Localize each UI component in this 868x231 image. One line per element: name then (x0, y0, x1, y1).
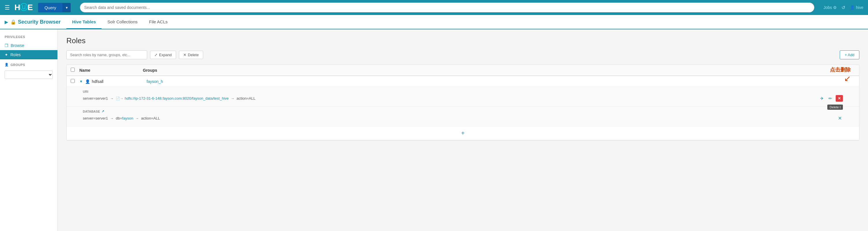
row-expand-icon[interactable]: ▼ (80, 79, 85, 83)
priv-database-text: server=server1 → db=fayson → action=ALL (83, 116, 160, 120)
delete-tooltip-wrapper: ✕ Delete t (836, 95, 843, 102)
sidebar: PRIVILEGES ❐ Browse ✦ Roles 👤 GROUPS (0, 29, 58, 231)
add-privilege-icon: + (461, 130, 465, 137)
file-icon: 📄→ (116, 97, 124, 101)
global-search-input[interactable] (80, 3, 814, 12)
lock-icon: 🔒 (10, 19, 16, 25)
arrow-icon: → (135, 116, 139, 120)
jobs-link[interactable]: Jobs ⚙ (824, 5, 837, 10)
select-all-checkbox[interactable] (71, 68, 75, 72)
query-button[interactable]: Query (38, 3, 63, 12)
security-browser-link[interactable]: 🔒 Security Browser (10, 19, 61, 25)
query-button-group: Query ▾ (38, 3, 71, 12)
user-menu[interactable]: 👤 hive (850, 5, 863, 10)
arrow-icon: → (110, 97, 114, 101)
privilege-uri-block: URI server=server1 → 📄→ hdfs://ip-172-31… (67, 87, 859, 106)
tab-file-acls[interactable]: File ACLs (144, 15, 174, 29)
priv-uri-actions: ✈ ✏ ✕ Delete t (819, 95, 843, 102)
main-content: Roles ⤢ Expand ✕ Delete + Add Nam (58, 29, 868, 231)
add-button[interactable]: + Add (840, 50, 859, 59)
priv-uri-row: server=server1 → 📄→ hdfs://ip-172-31-6-1… (83, 94, 843, 102)
main-layout: PRIVILEGES ❐ Browse ✦ Roles 👤 GROUPS Rol… (0, 29, 868, 231)
column-header-name: Name (80, 68, 143, 73)
top-navigation: ☰ HⓤE Query ▾ Jobs ⚙ ↺ 👤 hive (0, 0, 868, 15)
edit-button[interactable]: ✏ (827, 95, 833, 102)
expand-button[interactable]: ⤢ Expand (150, 51, 176, 59)
roles-toolbar: ⤢ Expand ✕ Delete + Add (66, 50, 859, 59)
external-link-icon[interactable]: ↗ (101, 110, 104, 113)
role-group[interactable]: fayson_h (147, 79, 855, 84)
priv-uri-text: server=server1 → 📄→ hdfs://ip-172-31-6-1… (83, 96, 255, 101)
arrow-icon: → (110, 116, 114, 120)
table-header: Name Groups (67, 65, 859, 76)
expand-icon: ⤢ (154, 53, 158, 57)
tab-hive-tables[interactable]: Hive Tables (66, 15, 101, 29)
role-name: hdfsall (92, 79, 147, 84)
page-title: Roles (66, 36, 859, 45)
priv-database-actions: ✕ (837, 115, 843, 121)
hue-logo: HⓤE (14, 2, 32, 13)
delete-button[interactable]: ✕ Delete (179, 51, 203, 59)
role-icon: 👤 (85, 79, 90, 84)
refresh-icon[interactable]: ↺ (841, 5, 845, 10)
row-checkbox[interactable] (71, 79, 75, 83)
role-main-row: ▼ 👤 hdfsall fayson_h (67, 76, 859, 87)
table-row: ▼ 👤 hdfsall fayson_h URI server=server1 … (67, 76, 859, 140)
arrow-icon: → (231, 97, 234, 101)
search-roles-input[interactable] (66, 50, 147, 59)
send-button[interactable]: ✈ (819, 95, 825, 102)
column-header-groups: Groups (143, 68, 855, 73)
priv-type-uri-label: URI (83, 90, 843, 93)
hamburger-icon[interactable]: ☰ (5, 4, 10, 11)
global-search-bar (80, 3, 814, 12)
jobs-icon: ⚙ (833, 5, 837, 10)
nav-right: Jobs ⚙ ↺ 👤 hive (824, 5, 863, 10)
roles-table: Name Groups ▼ 👤 hdfsall fayson_h U (66, 65, 859, 141)
groups-select[interactable] (5, 71, 53, 79)
nav-collapse-arrow[interactable]: ▶ (5, 19, 8, 25)
tab-solr-collections[interactable]: Solr Collections (101, 15, 143, 29)
add-privilege-row[interactable]: + (67, 126, 859, 140)
privilege-database-block: DATABASE ↗ server=server1 → db=fayson → … (67, 106, 859, 126)
sidebar-item-roles[interactable]: ✦ Roles (0, 50, 57, 59)
delete-privilege-button[interactable]: ✕ (836, 95, 843, 102)
privileges-section-label: PRIVILEGES (0, 34, 57, 41)
secondary-navigation: ▶ 🔒 Security Browser Hive Tables Solr Co… (0, 15, 868, 29)
delete-database-privilege-button[interactable]: ✕ (837, 115, 843, 121)
groups-section-label: 👤 GROUPS (0, 59, 57, 69)
roles-icon: ✦ (5, 52, 8, 57)
user-icon: 👤 (850, 5, 855, 10)
priv-database-row: server=server1 → db=fayson → action=ALL … (83, 114, 843, 122)
db-link[interactable]: fayson (122, 116, 133, 120)
groups-select-wrapper (0, 69, 57, 81)
priv-type-database-label: DATABASE ↗ (83, 110, 843, 113)
query-dropdown-button[interactable]: ▾ (63, 3, 71, 12)
delete-icon: ✕ (183, 53, 186, 57)
groups-icon: 👤 (5, 63, 9, 67)
uri-link[interactable]: hdfs://ip-172-31-6-148.fayson.com:8020/f… (125, 96, 229, 101)
browse-icon: ❐ (5, 43, 8, 48)
sidebar-item-browse[interactable]: ❐ Browse (0, 41, 57, 50)
